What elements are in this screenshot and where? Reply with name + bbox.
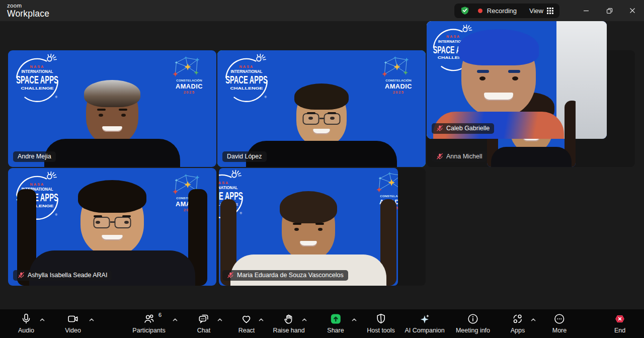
toolbar-react-button[interactable]: React <box>238 312 255 334</box>
more-icon <box>553 312 566 325</box>
torso <box>491 147 572 167</box>
meeting-info-icon <box>467 312 479 325</box>
toolbar-participants-options-chevron[interactable] <box>171 316 179 324</box>
svg-text:INTERNATIONAL: INTERNATIONAL <box>219 185 238 190</box>
mouth <box>102 235 123 240</box>
react-icon <box>240 312 253 325</box>
participant-person <box>44 82 180 167</box>
toolbar-share-options-chevron[interactable] <box>350 316 358 324</box>
close-icon <box>629 8 635 14</box>
participant-name: Andre Mejia <box>18 153 51 160</box>
toolbar-label: AI Companion <box>405 327 444 334</box>
head <box>282 195 335 260</box>
toolbar-label: Chat <box>197 327 210 334</box>
mouth <box>313 129 330 134</box>
toolbar-label: Participants <box>132 327 165 334</box>
titlebar: zoom Workplace Recording View <box>0 0 644 21</box>
comet-hand-icon <box>257 57 261 61</box>
zoom-workplace-logo: zoom Workplace <box>0 3 49 19</box>
svg-text:INTERNATIONAL: INTERNATIONAL <box>21 69 53 74</box>
mouth <box>484 93 513 101</box>
head <box>461 34 536 117</box>
toolbar-apps-button[interactable]: Apps <box>511 312 525 334</box>
participant-tile-andre-mejia[interactable]: NASA INTERNATIONAL SPACE APPS CHALLENGE … <box>8 50 216 167</box>
toolbar-audio-button[interactable]: Audio <box>18 312 34 334</box>
hair <box>458 29 539 65</box>
recording-status[interactable]: Recording <box>487 7 517 15</box>
muted-mic-icon <box>18 272 25 279</box>
muted-mic-icon <box>227 272 234 279</box>
toolbar-label: React <box>238 327 255 334</box>
participant-video: NASA INTERNATIONAL SPACE APPS CHALLENGE … <box>427 21 607 139</box>
toolbar-share-button[interactable]: Share <box>327 312 344 334</box>
hair <box>78 180 146 212</box>
toolbar-more-button[interactable]: More <box>552 312 567 334</box>
head <box>80 185 144 256</box>
toolbar-label: Raise hand <box>273 327 304 334</box>
zoom-workplace-window: zoom Workplace Recording View <box>0 0 644 338</box>
participant-name-tag: Maria Eduarda de Souza Vasconcelos <box>222 270 348 281</box>
brand-workplace: Workplace <box>7 10 49 19</box>
svg-text:CONSTELACIÓN: CONSTELACIÓN <box>176 78 202 82</box>
toolbar-participants-button[interactable]: 6Participants <box>132 312 165 334</box>
raise-hand-icon <box>283 312 295 325</box>
toolbar-end-button[interactable]: End <box>614 312 626 334</box>
toolbar-label: Share <box>327 327 344 334</box>
chat-icon <box>198 312 210 325</box>
ai-companion-icon <box>419 312 431 325</box>
head <box>296 87 347 146</box>
toolbar-label: Apps <box>511 327 525 334</box>
toolbar-video-options-chevron[interactable] <box>88 316 96 324</box>
participant-tile-caleb-gabrielle[interactable]: NASA INTERNATIONAL SPACE APPS CHALLENGE … <box>427 21 607 139</box>
toolbar-video-button[interactable]: Video <box>65 312 81 334</box>
comet-hand-icon <box>47 175 52 179</box>
view-button[interactable]: View <box>529 7 553 15</box>
window-minimize-button[interactable] <box>575 0 598 21</box>
svg-text:NASA: NASA <box>219 181 229 185</box>
toolbar-chat-options-chevron[interactable] <box>216 316 224 324</box>
video-gallery: NASA INTERNATIONAL SPACE APPS CHALLENGE … <box>0 21 644 309</box>
toolbar-audio-options-chevron[interactable] <box>38 316 46 324</box>
view-label: View <box>529 7 543 15</box>
security-shield-icon[interactable] <box>460 6 469 15</box>
participant-tile-maria-eduarda-de-souza-vasconcelos[interactable]: NASA INTERNATIONAL SPACE APPS CHALLENGE … <box>217 168 426 286</box>
window-restore-button[interactable] <box>598 0 621 21</box>
toolbar-label: Meeting info <box>456 327 490 334</box>
torso <box>246 141 397 167</box>
comet-hand-icon <box>232 173 236 178</box>
svg-text:2025: 2025 <box>184 90 195 95</box>
toolbar-ai-companion-button[interactable]: AI Companion <box>405 312 444 334</box>
comet-hand-icon <box>47 57 52 61</box>
toolbar-host-tools-button[interactable]: Host tools <box>367 312 395 334</box>
host-tools-icon <box>375 312 387 325</box>
brand-zoom: zoom <box>7 3 49 9</box>
participant-video: NASA INTERNATIONAL SPACE APPS CHALLENGE … <box>8 50 216 167</box>
participant-name-tag: Ashylla Isabella Seade ARAI <box>13 270 112 281</box>
toolbar-raise-hand-options-chevron[interactable] <box>300 316 308 324</box>
participant-name: David López <box>227 153 262 160</box>
participant-name: Maria Eduarda de Souza Vasconcelos <box>237 272 344 279</box>
toolbar-react-options-chevron[interactable] <box>257 316 265 324</box>
toolbar-label: Host tools <box>367 327 395 334</box>
participant-tile-ashylla-isabella-seade-arai[interactable]: NASA INTERNATIONAL SPACE APPS CHALLENGE … <box>8 168 216 286</box>
torso <box>44 139 180 167</box>
svg-text:NASA: NASA <box>30 64 45 69</box>
toolbar-chat-button[interactable]: Chat <box>197 312 210 334</box>
toolbar-meeting-info-button[interactable]: Meeting info <box>456 312 490 334</box>
glasses <box>303 113 341 125</box>
mouth <box>102 126 122 132</box>
minimize-icon <box>583 8 589 14</box>
toolbar-apps-options-chevron[interactable] <box>529 316 537 324</box>
participant-video: NASA INTERNATIONAL SPACE APPS CHALLENGE … <box>8 168 216 286</box>
muted-mic-icon <box>436 125 443 132</box>
svg-text:SPACE APPS: SPACE APPS <box>225 74 268 86</box>
participant-name: Ashylla Isabella Seade ARAI <box>28 272 107 279</box>
hair <box>294 83 349 110</box>
window-controls <box>575 0 644 21</box>
restore-icon <box>606 8 613 14</box>
window-close-button[interactable] <box>621 0 644 21</box>
comet-hand-icon <box>463 28 467 32</box>
participant-name-tag: Andre Mejia <box>13 151 56 162</box>
participant-tile-david-l-pez[interactable]: NASA INTERNATIONAL SPACE APPS CHALLENGE … <box>217 50 426 167</box>
hair <box>84 80 140 107</box>
